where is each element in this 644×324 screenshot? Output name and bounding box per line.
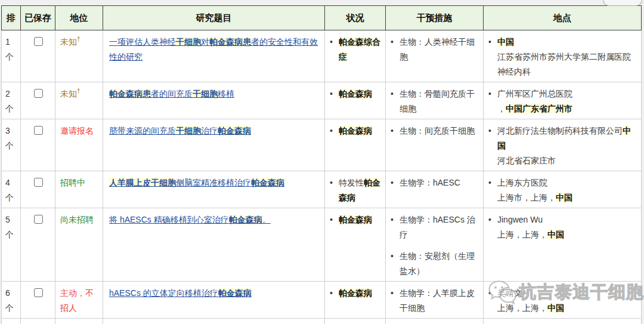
- location-item-text: 吴靖文上海，上海，中国: [497, 286, 637, 316]
- title-cell: 将 hAESCs 精确移植到心室治疗帕金森病。: [103, 208, 325, 282]
- title-cell: 人羊膜上皮干细胞侧脑室精准移植治疗帕金森病: [103, 171, 325, 208]
- rank-cell: 4个: [2, 171, 21, 208]
- save-checkbox[interactable]: [34, 215, 43, 224]
- bullet-icon: •: [391, 286, 400, 301]
- location-item: •上海东方医院上海市，上海，中国: [488, 175, 637, 205]
- table-row: 3个邀请报名脐带来源的间充质干细胞治疗帕金森病•帕金森病•生物：间充质干细胞•河…: [2, 119, 642, 171]
- saved-cell: [21, 119, 55, 171]
- interventions-cell: •生物：骨髓间充质干细胞: [386, 82, 484, 119]
- dagger-mark: †: [77, 36, 80, 42]
- highlighted-term: 中国: [547, 230, 564, 239]
- table-row: 6个主动，不招人hAESCs 的立体定向移植治疗帕金森病•帕金森病•生物学：人羊…: [2, 282, 642, 319]
- highlighted-term: 干细胞: [176, 126, 201, 135]
- study-title-link[interactable]: 帕金森病患者的间充质干细胞移植: [109, 89, 234, 98]
- saved-cell: [21, 82, 55, 119]
- intervention-item: •生物学：hAESCs 治疗: [391, 212, 479, 242]
- condition-item-text: 帕金森病: [339, 212, 382, 227]
- text-segment: 上海，上海，: [497, 230, 547, 239]
- table-row: 5个尚未招聘将 hAESCs 精确移植到心室治疗帕金森病。•帕金森病•生物学：h…: [2, 208, 642, 282]
- title-cell: 脐带来源的间充质干细胞治疗帕金森病: [103, 119, 325, 171]
- text-segment: 将 hAESCs 精确移植到心室治疗: [109, 215, 229, 224]
- bullet-icon: •: [391, 124, 400, 138]
- results-table: 排 已保存 地位 研究题目 状况 干预措施 地点 1个未知†一项评估人类神经干细…: [1, 5, 642, 324]
- status-label: 招聘中: [60, 178, 85, 187]
- bullet-icon: •: [330, 286, 339, 301]
- text-segment: 移植: [218, 89, 234, 98]
- save-checkbox[interactable]: [34, 178, 43, 187]
- intervention-item-text: 生物学：人羊膜上皮干细胞: [400, 286, 479, 316]
- save-checkbox[interactable]: [34, 126, 43, 135]
- highlighted-term: 帕金森病: [251, 178, 284, 187]
- interventions-cell: •生物学：hAESCs 治疗•生物：安慰剂（生理盐水）: [386, 208, 484, 282]
- interventions-cell: •生物学：人羊膜上皮干细胞: [386, 282, 484, 319]
- bullet-icon: •: [330, 124, 339, 138]
- highlighted-term: 帕金森病患: [209, 37, 251, 47]
- location-line: 广州军区广州总医院: [497, 87, 637, 101]
- bullet-icon: •: [330, 35, 339, 50]
- rank-cell: 7: [2, 319, 21, 324]
- highlighted-term: 中国: [497, 37, 514, 47]
- save-checkbox[interactable]: [34, 288, 43, 297]
- bullet-icon: •: [330, 175, 339, 190]
- dagger-mark: †: [77, 88, 80, 94]
- highlighted-term: 中国广东省广州市: [506, 104, 572, 113]
- study-title-link[interactable]: hAESCs 的立体定向移植治疗帕金森病: [109, 288, 252, 298]
- intervention-item-text: 生物：人类神经干细胞: [400, 35, 479, 64]
- status-cell: 未知†: [55, 30, 103, 82]
- highlighted-term: 帕金森病: [218, 288, 252, 298]
- study-title-link[interactable]: 脐带来源的间充质干细胞治疗帕金森病: [109, 126, 251, 135]
- bullet-icon: •: [330, 87, 339, 101]
- highlighted-term: 人羊膜上皮干细胞: [109, 178, 176, 187]
- study-title-link[interactable]: 人羊膜上皮干细胞侧脑室精准移植治疗帕金森病: [109, 178, 284, 187]
- location-line: 上海，上海，中国: [497, 227, 637, 242]
- text-segment: 生物学：hAESC: [400, 178, 460, 187]
- location-item-text: 上海东方医院上海市，上海，中国: [497, 175, 637, 205]
- bullet-icon: •: [391, 212, 400, 227]
- condition-item-text: 帕金森病: [339, 124, 382, 138]
- condition-item: •帕金森病: [330, 124, 382, 138]
- text-segment: 治疗: [201, 126, 218, 135]
- conditions-cell: •帕金森综合症: [325, 30, 386, 82]
- location-line: 中国: [497, 35, 637, 50]
- interventions-cell: •生物：间充质干细胞: [386, 119, 484, 171]
- status-label: 尚未招聘: [60, 215, 94, 224]
- study-title-link[interactable]: 一项评估人类神经干细胞对帕金森病患者的安全性和有效性的研究: [109, 37, 318, 61]
- rank-cell: 3个: [2, 119, 21, 171]
- save-checkbox[interactable]: [34, 89, 43, 98]
- intervention-item-text: 生物学：hAESC: [400, 175, 479, 190]
- saved-cell: [21, 171, 55, 208]
- bullet-icon: •: [488, 87, 497, 101]
- saved-cell: [21, 319, 55, 324]
- rank-cell: 1个: [2, 30, 21, 82]
- location-item: •Jingwen Wu上海，上海，中国: [488, 212, 637, 242]
- table-row: 4个招聘中人羊膜上皮干细胞侧脑室精准移植治疗帕金森病•特发性帕金森病•生物学：h…: [2, 171, 642, 208]
- title-cell: 人胚胎干细胞来源的神经前体细胞治疗帕金森病的安全性和有效性研究: [103, 319, 325, 324]
- table-row: 7未知†人胚胎干细胞来源的神经前体细胞治疗帕金森病的安全性和有效性研究•帕金森病…: [2, 319, 642, 324]
- status-cell: 主动，不招人: [55, 282, 103, 319]
- study-title-link[interactable]: 将 hAESCs 精确移植到心室治疗帕金森病。: [109, 215, 271, 224]
- collapsed-button[interactable]: [603, 0, 642, 6]
- bullet-icon: •: [488, 212, 497, 227]
- highlighted-term: 帕金森病: [229, 215, 262, 224]
- bullet-icon: •: [488, 35, 497, 50]
- col-header-locations: 地点: [484, 6, 642, 30]
- condition-item: •帕金森病: [330, 212, 382, 227]
- status-label: 未知†: [60, 89, 80, 98]
- intervention-item-text: 生物：骨髓间充质干细胞: [400, 87, 479, 116]
- intervention-item: •生物：间充质干细胞: [391, 124, 479, 138]
- text-segment: 吴靖文: [497, 288, 522, 298]
- status-cell: 尚未招聘: [55, 208, 103, 282]
- intervention-item: •生物学：hAESC: [391, 175, 479, 190]
- location-item-text: Jingwen Wu上海，上海，中国: [497, 212, 637, 242]
- intervention-item: •生物：骨髓间充质干细胞: [391, 87, 479, 116]
- highlighted-term: 帕金森病: [339, 126, 372, 135]
- col-header-interventions: 干预措施: [386, 6, 484, 30]
- saved-cell: [21, 30, 55, 82]
- location-line: 吴靖文: [497, 286, 637, 301]
- save-checkbox[interactable]: [34, 37, 43, 46]
- saved-cell: [21, 208, 55, 282]
- text-segment: ，: [497, 104, 506, 113]
- location-line: 河北新疗法生物制药科技有限公司中国: [497, 124, 637, 153]
- highlighted-term: 帕金森病: [339, 215, 372, 224]
- condition-item-text: 帕金森病: [339, 286, 382, 301]
